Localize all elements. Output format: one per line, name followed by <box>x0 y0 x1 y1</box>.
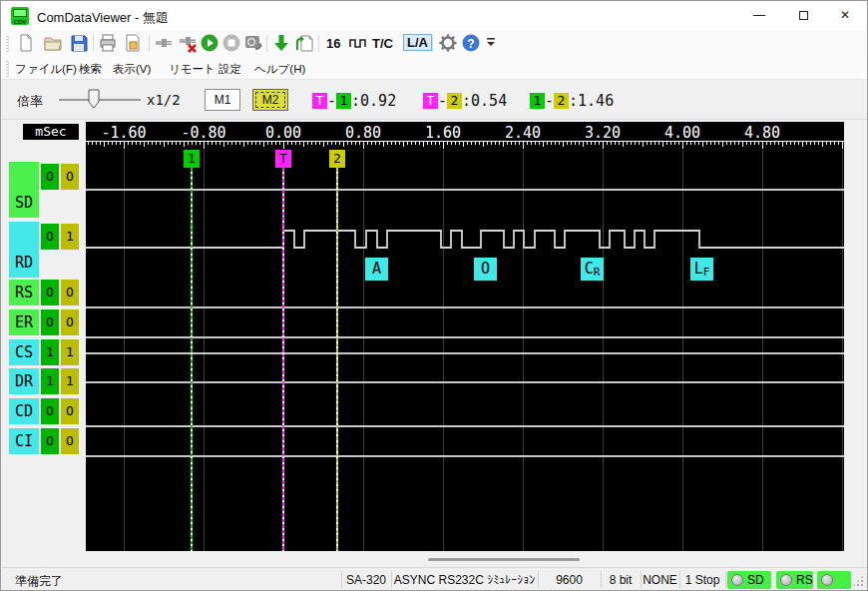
marker-line-2 <box>336 168 338 551</box>
trace-RD-waveform <box>86 122 844 551</box>
marker-handle-1[interactable]: 1 <box>184 150 200 168</box>
zoom-toolbar: 倍率 x1/2 M1 M2 T-1:0.92T-2:0.541-2:1.46 <box>1 80 867 120</box>
channel-DR-marker2-value: 1 <box>61 368 79 394</box>
help-icon[interactable]: ? <box>461 33 481 53</box>
channel-label-DR: DR <box>9 368 39 394</box>
close-button[interactable]: ✕ <box>822 1 868 30</box>
channel-CD-marker1-value: O <box>41 398 59 424</box>
open-file-icon[interactable] <box>43 33 63 53</box>
channel-CS-marker2-value: 1 <box>61 339 79 365</box>
channel-SD-marker1-value: O <box>41 164 59 190</box>
m2-button[interactable]: M2 <box>252 89 288 111</box>
disconnect-icon[interactable] <box>179 33 199 53</box>
menu-bar: ファイル(F)検索表示(V)リモート設定ヘルプ(H) <box>1 57 867 80</box>
decoded-char-CR: CR <box>581 258 604 281</box>
channel-DR-marker1-value: 1 <box>41 368 59 394</box>
channel-RD-marker2-value: 1 <box>61 224 79 250</box>
status-field-0: SA-320 <box>341 573 391 587</box>
toolbar-separator <box>266 35 267 52</box>
zoom-scale-value: x1/2 <box>147 92 181 108</box>
status-bar: 準備完了 SA-320ASYNC RS232C ｼﾐｭﾚｰｼｮﾝ96008 bi… <box>1 567 867 590</box>
marker-chip: 2 <box>554 93 569 109</box>
channel-RD-marker1-value: O <box>41 224 59 250</box>
window-title: ComDataViewer - 無題 <box>37 9 169 27</box>
channel-label-CD: CD <box>9 398 39 424</box>
waveform-area: mSec SDOORDO1RSOOEROOCS11DR11CDOOCIOO -1… <box>1 120 867 554</box>
menubar-grip <box>6 61 9 77</box>
app-icon-screen <box>13 9 27 17</box>
tc-mode-button[interactable]: T/C <box>372 36 393 51</box>
channel-label-RS: RS <box>9 280 39 305</box>
stop-icon[interactable] <box>221 33 241 53</box>
horizontal-scrollbar <box>1 554 867 567</box>
measurement-T-1: T-1:0.92 <box>312 92 396 110</box>
download-icon[interactable] <box>271 33 291 53</box>
channel-CI-marker1-value: O <box>41 428 59 454</box>
status-field-5: 1 Stop <box>679 573 725 587</box>
channel-label-CI: CI <box>9 428 39 454</box>
toolbar-separator <box>318 35 319 52</box>
capture-icon[interactable] <box>243 33 263 53</box>
marker-chip: 1 <box>336 93 351 109</box>
menu-item-0[interactable]: ファイル(F) <box>15 62 77 77</box>
app-icon-text: CDV <box>11 19 29 25</box>
marker-handle-T[interactable]: T <box>275 150 291 168</box>
indicator-lamp <box>731 574 743 586</box>
app-icon: CDV <box>11 7 29 25</box>
decoded-char-LF: LF <box>690 258 713 281</box>
horizontal-scrollbar-thumb[interactable] <box>428 558 580 561</box>
bits-16-button[interactable]: 16 <box>326 36 340 51</box>
print-icon[interactable] <box>98 33 118 53</box>
m1-button[interactable]: M1 <box>205 89 240 111</box>
toolbar-overflow-icon[interactable] <box>481 33 501 53</box>
channel-label-ER: ER <box>9 309 39 335</box>
channel-RS-marker2-value: O <box>61 280 79 305</box>
menu-item-3[interactable]: リモート <box>169 62 216 77</box>
menu-item-2[interactable]: 表示(V) <box>113 62 151 77</box>
marker-line-T <box>282 168 284 551</box>
marker-chip: 1 <box>530 93 545 109</box>
new-file-icon[interactable] <box>16 33 36 53</box>
marker-line-1 <box>191 168 193 551</box>
channel-label-RD: RD <box>9 222 39 278</box>
menu-item-5[interactable]: ヘルプ(H) <box>254 62 305 77</box>
status-field-1: ASYNC RS232C ｼﾐｭﾚｰｼｮﾝ <box>391 573 538 587</box>
minimize-button[interactable]: — <box>736 1 782 30</box>
la-mode-button[interactable]: L/A <box>403 34 432 51</box>
gear-icon[interactable] <box>438 33 458 53</box>
marker-handle-2[interactable]: 2 <box>329 150 345 168</box>
load-data-icon[interactable] <box>294 33 314 53</box>
decoded-char-O: O <box>474 258 497 281</box>
channel-CS-marker1-value: 1 <box>41 339 59 365</box>
status-field-4: NONE <box>641 573 679 587</box>
save-file-icon[interactable] <box>69 33 89 53</box>
start-icon[interactable] <box>200 33 219 53</box>
print-preview-icon[interactable] <box>123 33 143 53</box>
marker-chip: T <box>312 93 327 109</box>
plot-canvas: -1.60-0.800.000.801.602.403.204.004.801T… <box>86 122 844 551</box>
status-indicator-2 <box>817 571 851 589</box>
toolbar-separator <box>93 35 94 52</box>
zoom-slider[interactable] <box>57 88 147 112</box>
status-field-2: 9600 <box>538 573 601 587</box>
indicator-lamp <box>780 574 792 586</box>
menu-item-4[interactable]: 設定 <box>218 62 241 77</box>
channel-ER-marker2-value: O <box>61 309 79 335</box>
status-indicator-SD: SD <box>727 571 771 589</box>
decoded-char-A: A <box>365 258 388 281</box>
toolbar-grip <box>6 36 9 52</box>
toolbar-separator <box>432 35 433 52</box>
menu-item-1[interactable]: 検索 <box>79 62 102 77</box>
channel-CI-marker2-value: O <box>61 428 79 454</box>
maximize-button[interactable] <box>780 1 826 30</box>
connect-icon[interactable] <box>154 33 174 53</box>
resize-grip[interactable] <box>852 575 864 587</box>
square-wave-icon[interactable] <box>348 33 368 53</box>
channel-label-CS: CS <box>9 339 39 365</box>
measurement-1-2: 1-2:1.46 <box>530 92 614 110</box>
toolbar-separator <box>149 35 150 52</box>
measurement-T-2: T-2:0.54 <box>423 92 507 110</box>
channel-CD-marker2-value: O <box>61 398 79 424</box>
svg-text:?: ? <box>467 37 474 51</box>
channel-SD-marker2-value: O <box>61 164 79 190</box>
